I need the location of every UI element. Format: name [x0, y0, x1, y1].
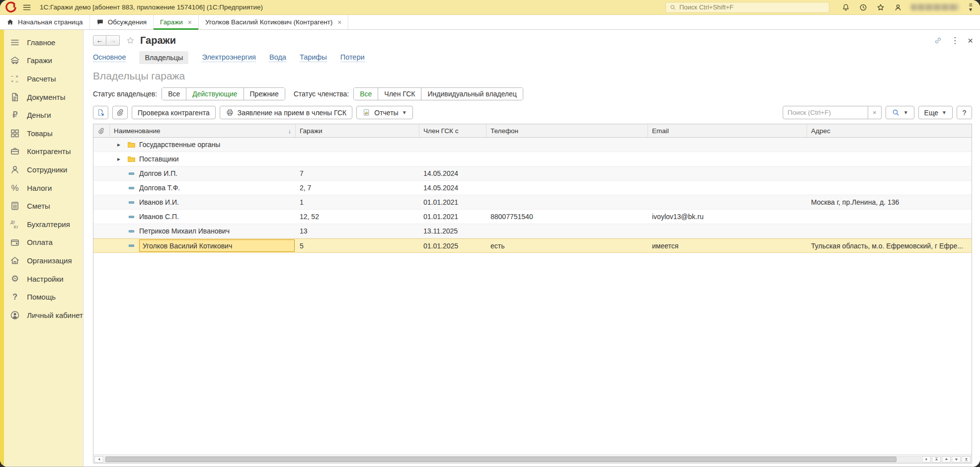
tab-0[interactable]: Начальная страница	[0, 15, 90, 29]
check-counterparty-button[interactable]: Проверка контрагента	[132, 106, 216, 119]
reports-button[interactable]: Отчеты▼	[356, 106, 412, 119]
sidebar-item-10[interactable]: ДтКтБухгалтерия	[4, 215, 83, 234]
attachments-button[interactable]	[112, 106, 128, 119]
forward-button[interactable]: →	[106, 35, 120, 46]
notifications-icon[interactable]	[841, 3, 850, 12]
go-previous-page-button[interactable]	[942, 456, 951, 463]
back-button[interactable]: ←	[93, 35, 106, 46]
table-row[interactable]: Иванов И.И.101.01.2021Москва г, пр.Ленин…	[93, 195, 972, 210]
history-icon[interactable]	[859, 3, 868, 12]
sidebar-item-4[interactable]: ₽Деньги	[4, 106, 83, 124]
filter-option[interactable]: Все	[162, 88, 186, 100]
table-group-row[interactable]: ▸Поставщики	[93, 152, 972, 166]
list-search-input[interactable]	[783, 106, 868, 119]
tab-close-icon[interactable]: ×	[188, 18, 192, 26]
filter-option[interactable]: Все	[354, 88, 378, 100]
scroll-right-button[interactable]	[922, 456, 931, 463]
filter-option[interactable]: Индивидуальный владелец	[421, 88, 522, 100]
go-first-row-button[interactable]	[932, 456, 941, 463]
filter-option[interactable]: Прежние	[244, 88, 285, 100]
advanced-search-button[interactable]: ▼	[886, 106, 914, 119]
attach-cell	[93, 152, 110, 166]
scrollbar-track[interactable]	[104, 456, 921, 463]
filter-option[interactable]: Член ГСК	[378, 88, 421, 100]
go-last-row-button[interactable]	[962, 456, 971, 463]
close-form-icon[interactable]: ×	[968, 36, 973, 45]
sort-descending-icon: ↓	[288, 127, 292, 135]
column-header-3[interactable]: Телефон	[487, 124, 648, 137]
attach-column-header[interactable]	[93, 124, 110, 137]
current-user-name-blurred[interactable]	[911, 4, 959, 10]
user-sessions-icon[interactable]	[894, 3, 902, 12]
sidebar-item-3[interactable]: Документы	[4, 88, 83, 106]
sidebar-item-12[interactable]: Организация	[4, 251, 83, 270]
table-body: ▸Государственные органы▸ПоставщикиДолгов…	[93, 138, 972, 455]
nav-link-3[interactable]: Вода	[269, 53, 286, 62]
sidebar-item-9[interactable]: Сметы	[4, 197, 83, 215]
list-item-icon	[127, 169, 136, 178]
table-row[interactable]: Уголков Василий Котикович501.01.2025есть…	[93, 238, 972, 253]
column-header-2[interactable]: Член ГСК с	[419, 124, 487, 137]
nav-link-5[interactable]: Потери	[340, 53, 365, 62]
main-menu-icon[interactable]	[22, 2, 32, 12]
tab-close-icon[interactable]: ×	[337, 18, 341, 26]
sidebar-item-14[interactable]: ?Помощь	[4, 288, 83, 306]
table-row[interactable]: Долгов И.П.714.05.2024	[93, 166, 972, 181]
nav-link-4[interactable]: Тарифы	[300, 53, 327, 62]
sidebar-item-label: Организация	[27, 256, 72, 265]
table-group-row[interactable]: ▸Государственные органы	[93, 138, 972, 152]
create-based-on-button[interactable]	[93, 106, 108, 119]
wallet-icon	[9, 237, 20, 247]
list-item-icon	[127, 227, 136, 236]
get-link-icon[interactable]	[934, 36, 942, 45]
more-menu-icon[interactable]: ⋮	[951, 36, 959, 45]
table-row[interactable]: Иванов С.П.12, 5201.01.202188007751540iv…	[93, 210, 972, 224]
sidebar-item-5[interactable]: Товары	[4, 124, 83, 143]
clear-search-icon[interactable]: ×	[868, 106, 882, 119]
horizontal-scrollbar[interactable]	[93, 455, 972, 463]
nav-link-2[interactable]: Электроэнергия	[202, 53, 256, 62]
sidebar-item-11[interactable]: Оплата	[4, 234, 83, 252]
tab-1[interactable]: Обсуждения	[90, 15, 154, 29]
svg-text:Кт: Кт	[14, 225, 18, 230]
favorites-icon[interactable]	[876, 3, 885, 12]
sidebar-item-15[interactable]: Личный кабинет	[4, 306, 83, 324]
expand-icon[interactable]: ▸	[114, 156, 124, 162]
sidebar-item-0[interactable]: Главное	[4, 33, 83, 52]
person-icon	[9, 164, 20, 175]
expand-icon[interactable]: ▸	[114, 141, 124, 148]
service-menu-icon[interactable]: ≡▾	[967, 3, 974, 12]
sidebar-item-6[interactable]: Контрагенты	[4, 143, 83, 161]
main-menu-icon	[9, 37, 20, 48]
gear-icon: ⚙	[9, 274, 20, 284]
scroll-left-button[interactable]	[94, 456, 103, 463]
more-actions-button[interactable]: Еще▼	[918, 106, 953, 119]
sidebar-item-2[interactable]: −×+=Расчеты	[4, 70, 83, 88]
add-favorite-star-icon[interactable]	[126, 36, 135, 45]
sidebar-item-1[interactable]: Гаражи	[4, 52, 83, 70]
name-cell: Петриков Михаил Иванович	[110, 224, 296, 238]
global-search[interactable]	[665, 2, 829, 13]
sidebar-item-13[interactable]: ⚙Настройки	[4, 270, 83, 288]
column-header-0[interactable]: Наименование↓	[110, 124, 296, 137]
column-header-4[interactable]: Email	[648, 124, 807, 137]
membership-application-button[interactable]: Заявление на прием в члены ГСК	[220, 106, 353, 119]
help-button[interactable]: ?	[957, 106, 972, 119]
tab-3[interactable]: Уголков Василий Котикович (Контрагент)×	[199, 15, 349, 29]
go-next-page-button[interactable]	[952, 456, 961, 463]
global-search-input[interactable]	[679, 3, 825, 11]
sidebar-item-8[interactable]: %Налоги	[4, 179, 83, 197]
column-header-5[interactable]: Адрес	[807, 124, 972, 137]
sidebar-item-7[interactable]: Сотрудники	[4, 160, 83, 179]
table-row[interactable]: Петриков Михаил Иванович1313.11.2025	[93, 224, 972, 238]
tab-2[interactable]: Гаражи×	[154, 15, 199, 29]
column-header-1[interactable]: Гаражи	[296, 124, 419, 137]
table-row[interactable]: Долгова Т.Ф.2, 714.05.2024	[93, 181, 972, 195]
nav-link-1[interactable]: Владельцы	[139, 51, 188, 64]
name-cell: Уголков Василий Котикович	[110, 239, 296, 252]
owner-name: Иванов И.И.	[139, 198, 179, 206]
scrollbar-thumb[interactable]	[105, 457, 897, 462]
nav-link-0[interactable]: Основное	[93, 53, 126, 62]
filter-option[interactable]: Действующие	[186, 88, 244, 100]
sidebar-item-label: Деньги	[27, 111, 51, 119]
